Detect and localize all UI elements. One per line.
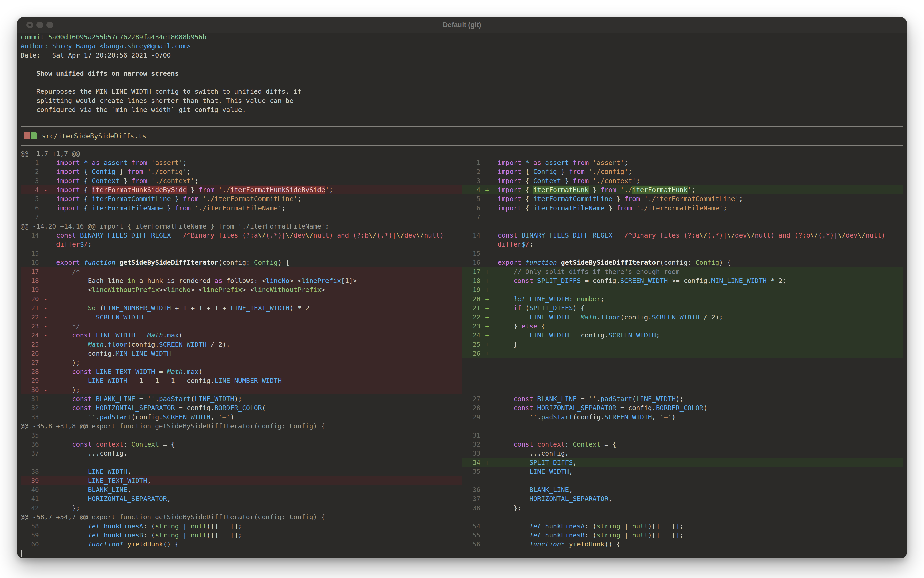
diff-marker bbox=[39, 449, 56, 458]
line-number: 16 bbox=[462, 258, 480, 267]
diff-line-right: 3import { Context } from './context'; bbox=[462, 176, 903, 185]
diff-marker bbox=[39, 431, 56, 440]
line-number: 33 bbox=[21, 412, 39, 422]
code-text: SPLIT_DIFFS, bbox=[498, 458, 903, 467]
diff-marker bbox=[480, 258, 498, 267]
diff-rows: @@ -1,7 +1,7 @@1import * as assert from … bbox=[21, 149, 903, 558]
diff-line-left: differ$/; bbox=[21, 240, 462, 249]
diff-row: 31 const BLANK_LINE = ''.padStart(LINE_W… bbox=[21, 395, 903, 403]
blank-line bbox=[21, 60, 903, 69]
line-number: 4 bbox=[21, 185, 39, 194]
line-number: 17 bbox=[462, 267, 480, 276]
line-number: 21 bbox=[21, 304, 39, 312]
diff-line-right: 2import { Config } from './config'; bbox=[462, 167, 903, 176]
code-text: import { Context } from './context'; bbox=[498, 176, 903, 185]
title-bar[interactable]: Default (git) bbox=[17, 17, 907, 32]
code-text: let hunkLinesB: (string | null)[] = []; bbox=[498, 531, 903, 540]
code-text: const BLANK_LINE = ''.padStart(LINE_WIDT… bbox=[56, 395, 462, 403]
hunk-header: @@ -1,7 +1,7 @@ bbox=[21, 149, 903, 158]
line-number: 32 bbox=[21, 403, 39, 412]
line-number: 6 bbox=[21, 204, 39, 213]
diff-line-left: 60 function* yieldHunk() { bbox=[21, 540, 462, 549]
diff-row: 28- const LINE_TEXT_WIDTH = Math.max( bbox=[21, 367, 903, 376]
line-number: 30 bbox=[21, 385, 39, 395]
minimize-button[interactable] bbox=[36, 21, 43, 28]
line-number: 35 bbox=[21, 431, 39, 440]
diff-line-right: 33 ...config, bbox=[462, 449, 903, 458]
diff-marker bbox=[480, 240, 498, 249]
diff-marker bbox=[480, 158, 498, 167]
diff-line-left: 24- const LINE_WIDTH = Math.max( bbox=[21, 331, 462, 340]
diff-marker bbox=[39, 167, 56, 176]
code-text: LINE_WIDTH - 1 - 1 - 1 - config.LINE_NUM… bbox=[56, 376, 462, 385]
code-text: if (SPLIT_DIFFS) { bbox=[498, 304, 903, 312]
diff-line-right: 1import * as assert from 'assert'; bbox=[462, 158, 903, 167]
line-number: 29 bbox=[462, 412, 480, 422]
close-button[interactable] bbox=[26, 21, 33, 28]
diff-row: 1import * as assert from 'assert';1impor… bbox=[21, 158, 903, 167]
line-number: 23 bbox=[21, 322, 39, 331]
code-text: const LINE_WIDTH = Math.max( bbox=[56, 331, 462, 340]
code-text: ...config, bbox=[56, 449, 462, 458]
diff-line-left: 3import { Context } from './context'; bbox=[21, 176, 462, 185]
line-number: 18 bbox=[21, 276, 39, 285]
diff-marker: + bbox=[480, 349, 498, 358]
diff-line-left: 18- Each line in a hunk is rendered as f… bbox=[21, 276, 462, 285]
diff-row: 25- Math.floor(config.SCREEN_WIDTH / 2),… bbox=[21, 340, 903, 349]
diff-marker: + bbox=[480, 313, 498, 322]
line-number: 7 bbox=[462, 213, 480, 222]
code-text: = SCREEN_WIDTH bbox=[56, 313, 462, 322]
code-text: import * as assert from 'assert'; bbox=[498, 158, 903, 167]
line-number: 37 bbox=[21, 449, 39, 458]
diff-line-left: 7 bbox=[21, 213, 462, 222]
line-number: 37 bbox=[462, 494, 480, 503]
diff-row: 6import { iterFormatFileName } from './i… bbox=[21, 204, 903, 213]
code-text: <lineWithoutPrefix><lineNo> <linePrefix>… bbox=[56, 285, 462, 294]
diff-row: 39- LINE_TEXT_WIDTH, bbox=[21, 476, 903, 485]
commit-hash-line: commit 5a00d16095a255b57c762289fa434e180… bbox=[21, 32, 903, 42]
code-text: const context: Context = { bbox=[56, 440, 462, 449]
diff-line-left: 5import { iterFormatCommitLine } from '.… bbox=[21, 194, 462, 203]
diff-marker bbox=[39, 540, 56, 549]
hunk-header: @@ -14,20 +14,16 @@ import { iterFormatF… bbox=[21, 222, 903, 231]
diff-line-left: 31 const BLANK_LINE = ''.padStart(LINE_W… bbox=[21, 395, 462, 403]
code-text: const HORIZONTAL_SEPARATOR = config.BORD… bbox=[56, 403, 462, 412]
diff-marker bbox=[480, 249, 498, 258]
diff-line-left: 19- <lineWithoutPrefix><lineNo> <linePre… bbox=[21, 285, 462, 294]
line-number: 56 bbox=[462, 540, 480, 549]
diff-row: 38 LINE_WIDTH,35 LINE_WIDTH, bbox=[21, 467, 903, 476]
code-text: import { iterFormatCommitLine } from './… bbox=[498, 194, 903, 203]
window-title: Default (git) bbox=[17, 17, 907, 32]
line-number: 7 bbox=[21, 213, 39, 222]
line-number: 4 bbox=[462, 185, 480, 194]
line-number: 39 bbox=[21, 476, 39, 485]
diff-row: 77 bbox=[21, 213, 903, 222]
diff-marker bbox=[39, 395, 56, 403]
diff-marker bbox=[480, 431, 498, 440]
diff-row: 59 let hunkLinesB: (string | null)[] = [… bbox=[21, 531, 903, 540]
code-text: ''.padStart(config.SCREEN_WIDTH, '—') bbox=[498, 412, 903, 422]
diff-marker bbox=[480, 403, 498, 412]
diff-line-left: 41 HORIZONTAL_SEPARATOR, bbox=[21, 494, 462, 503]
diff-line-right: 24+ LINE_WIDTH = config.SCREEN_WIDTH; bbox=[462, 331, 903, 340]
diff-line-right: 23+ } else { bbox=[462, 322, 903, 331]
code-text: const LINE_TEXT_WIDTH = Math.max( bbox=[56, 367, 462, 376]
line-number: 28 bbox=[462, 403, 480, 412]
diff-line-left: 59 let hunkLinesB: (string | null)[] = [… bbox=[21, 531, 462, 540]
diff-row: 14const BINARY_FILES_DIFF_REGEX = /^Bina… bbox=[21, 231, 903, 240]
code-text bbox=[56, 249, 462, 258]
line-number: 35 bbox=[462, 467, 480, 476]
zoom-button[interactable] bbox=[47, 21, 53, 28]
code-text: differ$/; bbox=[498, 240, 903, 249]
diff-line-right: 5import { iterFormatCommitLine } from '.… bbox=[462, 194, 903, 203]
diff-marker: - bbox=[39, 476, 56, 485]
diff-marker bbox=[480, 204, 498, 213]
code-text: Each line in a hunk is rendered as follo… bbox=[56, 276, 462, 285]
diff-marker bbox=[39, 485, 56, 494]
diff-row: 26- config.MIN_LINE_WIDTH26+ bbox=[21, 349, 903, 358]
diff-line-left: 20- bbox=[21, 294, 462, 304]
diff-line-right: 34+ SPLIT_DIFFS, bbox=[462, 458, 903, 467]
diff-row: 36 const context: Context = {32 const co… bbox=[21, 440, 903, 449]
diff-line-right: 7 bbox=[462, 213, 903, 222]
diff-line-right: 16export function getSideBySideDiffItera… bbox=[462, 258, 903, 267]
